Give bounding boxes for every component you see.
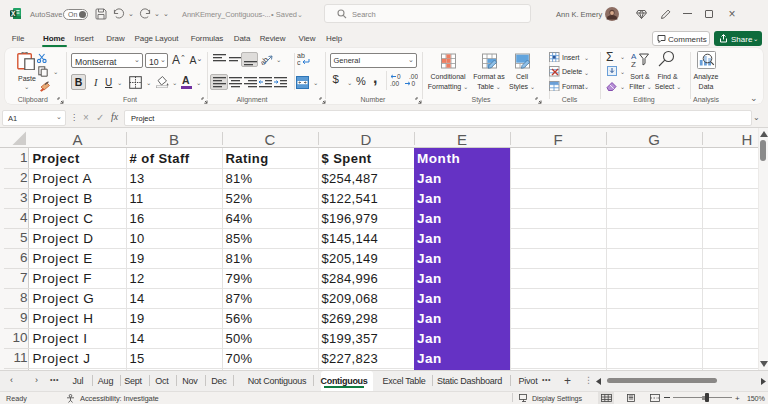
svg-text:Z: Z — [631, 60, 636, 68]
svg-text:.00: .00 — [409, 73, 418, 80]
svg-text:c: c — [297, 59, 301, 66]
svg-text:.00: .00 — [390, 80, 399, 87]
svg-text:X: X — [11, 10, 16, 17]
svg-text:0: 0 — [397, 73, 401, 80]
svg-text:0: 0 — [412, 80, 416, 87]
svg-text:ab: ab — [297, 52, 305, 59]
